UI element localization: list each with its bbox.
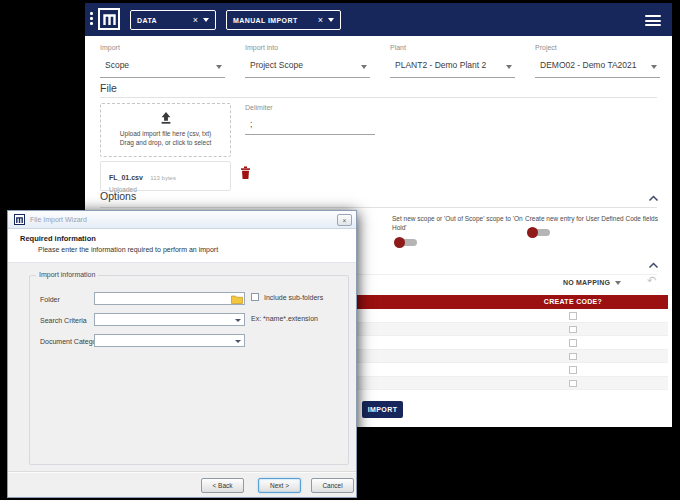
divider — [100, 97, 657, 98]
tab-close-icon[interactable]: × — [318, 16, 323, 24]
chevron-down-icon — [235, 319, 241, 322]
field-value: DEMO02 - Demo TA2021 — [540, 60, 637, 70]
create-code-checkbox[interactable] — [569, 380, 577, 388]
field-value: Project Scope — [250, 60, 303, 70]
next-button[interactable]: Next > — [258, 478, 301, 493]
chevron-down-icon — [615, 281, 621, 285]
plant-select[interactable]: Plant PLANT2 - Demo Plant 2 — [390, 44, 515, 78]
upload-dropzone[interactable]: Upload import file here (csv, txt) Drag … — [100, 103, 231, 157]
field-label: Import into — [245, 44, 278, 51]
folder-input[interactable] — [94, 292, 245, 305]
import-select[interactable]: Import Scope — [100, 44, 225, 78]
toggle-label: Set new scope or 'Out of Scope' scope to… — [392, 214, 532, 232]
scope-on-hold-toggle[interactable] — [394, 237, 418, 248]
dialog-close-button[interactable]: × — [337, 214, 352, 226]
project-select[interactable]: Project DEMO02 - Demo TA2021 — [535, 44, 660, 78]
field-label: Project — [535, 44, 557, 51]
import-information-group: Import information Folder Include sub-fo… — [29, 275, 349, 465]
dialog-header-panel: Required information Please enter the in… — [8, 229, 356, 263]
include-subfolders-checkbox[interactable] — [251, 293, 259, 301]
delimiter-input[interactable]: ; — [250, 119, 252, 129]
upload-instruction: Upload import file here (csv, txt) — [101, 129, 230, 138]
group-label: Import information — [36, 271, 98, 278]
search-criteria-label: Search Criteria — [40, 317, 87, 324]
dialog-title: File Import Wizard — [30, 216, 87, 223]
search-criteria-hint: Ex: *name*.extension — [251, 315, 318, 322]
hamburger-menu-icon[interactable] — [645, 15, 661, 26]
chevron-down-icon — [361, 65, 367, 69]
folder-label: Folder — [40, 296, 60, 303]
undo-mapping-button[interactable]: ↶ — [647, 274, 656, 287]
chevron-down-icon — [506, 65, 512, 69]
create-code-checkbox[interactable] — [569, 312, 577, 320]
app-logo-icon — [98, 8, 120, 30]
include-subfolders-label: Include sub-folders — [264, 294, 323, 301]
file-section-heading: File — [100, 82, 117, 94]
tab-label: MANUAL IMPORT — [233, 17, 313, 24]
import-button[interactable]: IMPORT — [362, 401, 403, 418]
toggle-label: Create new entry for User Defined Code f… — [525, 214, 675, 223]
chevron-down-icon — [216, 65, 222, 69]
file-name: FL_01.csv — [109, 174, 143, 181]
collapse-mapping-icon[interactable] — [648, 262, 659, 269]
column-header-create-code: CREATE CODE? — [503, 298, 643, 305]
divider — [100, 207, 657, 208]
import-into-select[interactable]: Import into Project Scope — [245, 44, 370, 78]
field-value: Scope — [105, 60, 129, 70]
tab-dropdown-icon[interactable] — [203, 18, 209, 22]
tab-label: DATA — [137, 17, 188, 24]
field-label: Import — [100, 44, 120, 51]
options-section-heading: Options — [100, 190, 136, 202]
tab-dropdown-icon[interactable] — [328, 18, 334, 22]
browse-folder-icon[interactable] — [231, 294, 243, 304]
tab-close-icon[interactable]: × — [193, 16, 198, 24]
create-code-checkbox[interactable] — [569, 353, 577, 361]
mapping-preset-value: NO MAPPING — [563, 279, 610, 286]
delimiter-label: Delimiter — [245, 104, 273, 111]
upload-instruction2: Drag and drop, or click to select — [101, 138, 230, 147]
app-header: DATA × MANUAL IMPORT × — [85, 3, 672, 36]
back-button[interactable]: < Back — [201, 478, 244, 493]
divider — [8, 471, 356, 473]
chevron-down-icon — [651, 65, 657, 69]
upload-icon — [159, 111, 173, 125]
toggle-scope-on-hold: Set new scope or 'Out of Scope' scope to… — [392, 214, 532, 254]
file-size: 113 bytes — [150, 175, 176, 181]
dialog-logo-icon — [14, 214, 25, 225]
create-code-checkbox[interactable] — [569, 339, 577, 347]
tab-manual-import[interactable]: MANUAL IMPORT × — [226, 10, 341, 30]
uploaded-file-chip: FL_01.csv 113 bytes Uploaded — [100, 161, 231, 191]
desktop: DATA × MANUAL IMPORT × Import Scope Impo… — [0, 0, 680, 500]
search-criteria-select[interactable] — [94, 313, 245, 326]
dialog-heading: Required information — [20, 234, 96, 243]
delete-file-button[interactable] — [240, 166, 251, 180]
document-category-label: Document Category — [40, 338, 102, 345]
kebab-menu-icon[interactable] — [90, 12, 93, 25]
toggle-user-defined-code: Create new entry for User Defined Code f… — [525, 214, 675, 246]
dialog-titlebar[interactable]: File Import Wizard × — [8, 211, 356, 229]
tab-data[interactable]: DATA × — [130, 10, 216, 30]
dialog-subheading: Please enter the information required to… — [38, 246, 218, 253]
field-value: PLANT2 - Demo Plant 2 — [395, 60, 486, 70]
create-code-checkbox[interactable] — [569, 366, 577, 374]
delimiter-underline — [245, 134, 375, 135]
field-label: Plant — [390, 44, 406, 51]
document-category-select[interactable] — [94, 334, 245, 347]
chevron-down-icon — [235, 340, 241, 343]
file-import-wizard-dialog: File Import Wizard × Required informatio… — [7, 210, 357, 498]
collapse-options-icon[interactable] — [648, 195, 659, 202]
user-defined-code-toggle[interactable] — [527, 227, 551, 238]
create-code-checkbox[interactable] — [569, 326, 577, 334]
cancel-button[interactable]: Cancel — [311, 478, 354, 493]
mapping-preset-select[interactable]: NO MAPPING — [563, 279, 621, 286]
